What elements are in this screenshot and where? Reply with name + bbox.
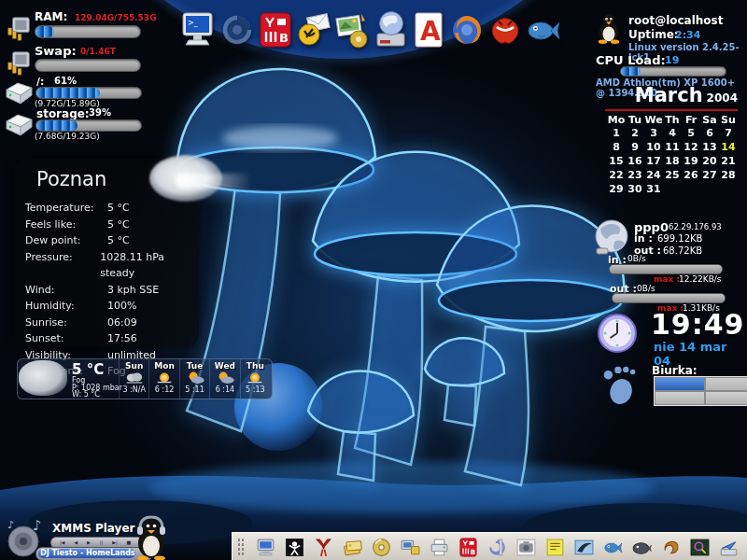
spiral-icon[interactable]: [486, 537, 508, 558]
weather-row: Wind:3 kph SSE: [25, 282, 193, 299]
cardfile-icon[interactable]: [342, 537, 363, 558]
weather-row-value: 1028.11 hPa steady: [100, 249, 193, 282]
calendar-day: 25: [663, 168, 682, 182]
camera-icon[interactable]: [515, 537, 537, 558]
weather-row-label: Wind:: [25, 282, 107, 299]
calendar-day: 26: [682, 168, 700, 182]
calendar-weekday: Tu: [626, 113, 644, 126]
root-bar: [35, 87, 142, 99]
network-globe-icon: [591, 217, 632, 258]
pager-desktop-3[interactable]: [655, 391, 705, 405]
calendar-day-empty: [719, 182, 738, 196]
calendar-day-empty: [663, 182, 682, 196]
bluefish-icon[interactable]: [526, 9, 561, 50]
storage-caption: (7.68G/19.23G): [35, 132, 100, 141]
dark-fish-icon[interactable]: [631, 537, 653, 558]
clock-time: 19:49: [651, 308, 745, 341]
notes-icon[interactable]: [544, 537, 566, 558]
terminal-icon[interactable]: >_: [181, 9, 217, 50]
svg-text:♪: ♪: [33, 517, 42, 534]
pager-desktop-4[interactable]: [705, 391, 747, 405]
weather-row-label: Sunset:: [25, 330, 107, 347]
root-percent: 61%: [54, 76, 77, 86]
xmms-control-button[interactable]: |◀: [60, 540, 65, 545]
calendar-day: 11: [663, 140, 682, 154]
pager-grid: [654, 376, 747, 406]
xmms-control-button[interactable]: ▶: [87, 540, 91, 545]
cd-icon[interactable]: [371, 537, 392, 558]
pager-desktop-2[interactable]: [705, 377, 747, 391]
forecast-day-tue: Tue5 :11: [179, 359, 209, 399]
cpu-load-label: CPU Load:: [596, 53, 666, 67]
xmms-track-progress: DJ Tiesto - HomeLands 2002: [38, 549, 135, 558]
calendar-day: 1: [607, 126, 626, 140]
calendar-day: 19: [682, 154, 700, 168]
forecast-day-range: 5 :11: [180, 385, 209, 394]
calendar-weekday: Fr: [682, 113, 700, 126]
forecast-day-name: Tue: [180, 361, 209, 371]
red-pliers-icon[interactable]: [313, 537, 334, 558]
weather-forecast-bar: 5 °C Fog P: 1028 mbar W: 5 °C Sun3 :N/AM…: [17, 358, 273, 399]
calendar-day: 30: [626, 182, 644, 196]
calendar-day: 5: [682, 126, 700, 140]
forecast-day-wed: Wed6 :14: [209, 359, 239, 399]
sun-haze-icon: [149, 371, 178, 385]
calendar-day: 9: [626, 140, 644, 154]
calendar-day-empty: [682, 182, 700, 196]
paint-swoosh-icon[interactable]: [573, 537, 595, 558]
calendar-title: March2004: [598, 84, 738, 106]
pager-desktop-1[interactable]: [655, 377, 705, 391]
fog-streak-graphic: [176, 174, 252, 189]
weather-row-label: Dew point:: [25, 232, 107, 249]
weather-row-value: 5 °C: [107, 200, 130, 217]
firefox-icon[interactable]: [449, 9, 485, 50]
fog-cloud-icon: [120, 371, 148, 385]
acrobat-reader-icon[interactable]: A: [411, 9, 446, 50]
weather-row: Pressure:1028.11 hPa steady: [25, 249, 193, 282]
forecast-day-name: Sun: [120, 361, 148, 371]
my-computer-icon[interactable]: [255, 537, 276, 558]
forecast-day-name: Wed: [210, 361, 239, 371]
gqview-icon[interactable]: [689, 537, 711, 558]
current-wind: W: 5 °C: [72, 391, 100, 399]
net-in-rate: 0B/s: [627, 254, 646, 263]
bluefish-icon[interactable]: [602, 537, 624, 558]
xmms-control-button[interactable]: ◀: [74, 540, 78, 545]
sun-haze-icon: [241, 371, 270, 385]
mbank-icon[interactable]: B: [258, 9, 293, 50]
printer-icon[interactable]: [429, 537, 450, 558]
taskbar-drag-handle[interactable]: [236, 537, 244, 557]
web-server-icon[interactable]: [373, 9, 408, 50]
net-in-max: 12.22KB/s: [679, 274, 722, 284]
user-host: root@localhost: [628, 14, 724, 27]
xmms-control-button[interactable]: ▶|: [112, 540, 118, 545]
gimp-swirl-icon[interactable]: [660, 537, 682, 558]
net-ip: 62.29.176.93: [669, 222, 722, 231]
weather-row-value: 100%: [107, 298, 136, 315]
mbank-icon[interactable]: B: [458, 537, 479, 558]
xmms-control-button[interactable]: ||: [100, 540, 103, 545]
ram-label: RAM:: [35, 10, 67, 23]
weather-row-label: Sunrise:: [25, 315, 107, 331]
penguin-headphones-icon[interactable]: [131, 515, 173, 560]
sun-cloud-icon: [210, 371, 239, 385]
calendar-day: 27: [700, 168, 719, 182]
red-creature-icon[interactable]: [487, 9, 523, 50]
calendar-day: 29: [607, 182, 626, 196]
uptime-value: 2:34: [675, 29, 700, 41]
swap-bar: [35, 59, 141, 72]
system-box-icon[interactable]: [400, 537, 421, 558]
cpu-load-value: 19: [665, 54, 679, 66]
forecast-day-name: Thu: [241, 361, 270, 371]
calendar-day: 23: [626, 168, 644, 182]
storage-disk-icon: [3, 112, 35, 138]
analog-clock-icon: [596, 312, 639, 355]
image-viewer-icon[interactable]: [334, 9, 370, 50]
window-figure-icon[interactable]: [284, 537, 305, 558]
email-icon[interactable]: [296, 9, 331, 50]
forecast-day-range: 3 :N/A: [120, 385, 148, 394]
send-file-icon[interactable]: [718, 537, 740, 558]
calendar-day: 12: [682, 140, 700, 154]
galeon-browser-icon[interactable]: [219, 9, 255, 50]
storage-label: storage:: [36, 107, 90, 120]
